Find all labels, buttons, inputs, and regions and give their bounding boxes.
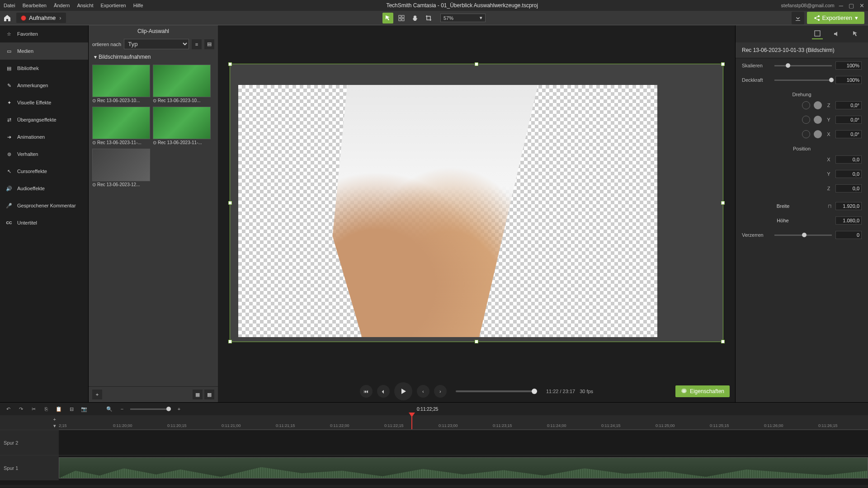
- playhead[interactable]: 0:11:22;25: [411, 415, 412, 429]
- rotation-dial-y[interactable]: [814, 116, 822, 124]
- menu-edit[interactable]: Bearbeiten: [23, 3, 47, 8]
- timeline-ruler[interactable]: 2;15 0:11:20;00 0:11:20;15 0:11:21;00 0:…: [59, 415, 868, 430]
- sidebar-item-favorites[interactable]: ☆Favoriten: [0, 25, 88, 42]
- track-header-2[interactable]: Spur 2: [0, 430, 59, 455]
- skew-slider[interactable]: [774, 235, 832, 236]
- track-header-1[interactable]: Spur 1: [0, 455, 59, 480]
- media-clip[interactable]: ⊙Rec 13-06-2023-10...: [153, 65, 211, 104]
- position-y-input[interactable]: [835, 170, 862, 178]
- view-thumb-button[interactable]: ▩: [204, 389, 214, 399]
- close-button[interactable]: ✕: [859, 2, 864, 9]
- rotation-z-input[interactable]: [835, 101, 862, 109]
- timeline-clip[interactable]: [59, 457, 868, 479]
- resize-handle[interactable]: [228, 62, 232, 66]
- scale-input[interactable]: [835, 61, 862, 70]
- canvas-preview[interactable]: [230, 64, 723, 342]
- rotation-reset-x[interactable]: [802, 130, 810, 138]
- tab-audio-props[interactable]: [831, 28, 842, 39]
- minimize-button[interactable]: ─: [839, 2, 843, 9]
- resize-handle[interactable]: [228, 201, 232, 205]
- sidebar-item-media[interactable]: ▭Medien: [0, 42, 88, 60]
- add-media-button[interactable]: +: [92, 389, 102, 399]
- zoom-out-button[interactable]: −: [118, 404, 127, 413]
- track-1-body[interactable]: [59, 455, 868, 480]
- menu-export[interactable]: Exportieren: [100, 3, 126, 8]
- select-tool[interactable]: [382, 13, 393, 23]
- track-menu-button[interactable]: ▾: [53, 423, 56, 429]
- properties-button[interactable]: Eigenschaften: [675, 385, 730, 397]
- snapshot-button[interactable]: 📷: [80, 404, 89, 413]
- position-x-input[interactable]: [835, 155, 862, 164]
- redo-button[interactable]: ↷: [16, 404, 25, 413]
- volume-slider[interactable]: [456, 390, 537, 392]
- maximize-button[interactable]: ▢: [849, 2, 854, 9]
- hand-tool[interactable]: [410, 13, 420, 23]
- rotation-reset-z[interactable]: [802, 101, 810, 109]
- zoom-in-button[interactable]: +: [175, 404, 184, 413]
- sidebar-item-behaviors[interactable]: ⊚Verhalten: [0, 145, 88, 163]
- tab-visual-props[interactable]: [812, 28, 823, 39]
- section-screen-recordings[interactable]: ▾Bildschirmaufnahmen: [89, 51, 218, 63]
- scale-slider[interactable]: [774, 65, 832, 66]
- resize-handle[interactable]: [721, 62, 725, 66]
- copy-button[interactable]: ⎘: [42, 404, 51, 413]
- zoom-select[interactable]: 57% ▾: [440, 14, 486, 22]
- sidebar-item-animations[interactable]: ➔Animationen: [0, 128, 88, 145]
- step-back-button[interactable]: ⏴: [377, 385, 390, 398]
- resize-handle[interactable]: [475, 62, 478, 66]
- download-button[interactable]: [792, 12, 804, 24]
- next-clip-button[interactable]: ›: [434, 385, 447, 398]
- resize-handle[interactable]: [721, 201, 725, 205]
- view-list-button[interactable]: ≡: [192, 39, 202, 49]
- sidebar-item-voice-narration[interactable]: 🎤Gesprochener Kommentar: [0, 197, 88, 214]
- add-track-button[interactable]: +: [53, 417, 56, 422]
- skew-input[interactable]: [835, 231, 862, 239]
- position-z-input[interactable]: [835, 184, 862, 192]
- export-button[interactable]: Exportieren ▾: [807, 12, 864, 24]
- sidebar-item-transitions[interactable]: ⇄Übergangseffekte: [0, 111, 88, 128]
- resize-handle[interactable]: [228, 340, 232, 343]
- menu-view[interactable]: Ansicht: [77, 3, 93, 8]
- sidebar-item-library[interactable]: ▤Bibliothek: [0, 60, 88, 77]
- link-icon[interactable]: ⊓: [828, 203, 832, 209]
- opacity-input[interactable]: [835, 76, 862, 84]
- track-2-body[interactable]: [59, 430, 868, 455]
- view-grid-button[interactable]: ▤: [204, 39, 214, 49]
- menu-modify[interactable]: Ändern: [54, 3, 70, 8]
- tab-cursor-props[interactable]: [850, 28, 861, 39]
- timeline-zoom-slider[interactable]: [130, 408, 171, 410]
- sidebar-item-captions[interactable]: CCUntertitel: [0, 214, 88, 231]
- undo-button[interactable]: ↶: [4, 404, 13, 413]
- rotation-dial-z[interactable]: [814, 101, 822, 109]
- resize-handle[interactable]: [475, 340, 478, 343]
- paste-button[interactable]: 📋: [54, 404, 63, 413]
- timeline-scrollbar[interactable]: [0, 480, 868, 485]
- view-detail-button[interactable]: ▦: [193, 389, 203, 399]
- width-input[interactable]: [835, 202, 862, 210]
- prev-clip-button[interactable]: ⏮: [360, 385, 373, 398]
- rotation-reset-y[interactable]: [802, 116, 810, 124]
- cut-button[interactable]: ✂: [29, 404, 38, 413]
- menu-help[interactable]: Hilfe: [133, 3, 143, 8]
- sidebar-item-cursor-effects[interactable]: ↖Cursoreffekte: [0, 163, 88, 180]
- media-clip[interactable]: ⊙Rec 13-06-2023-10...: [92, 65, 150, 104]
- rotation-x-input[interactable]: [835, 130, 862, 138]
- record-button[interactable]: Aufnahme ›: [16, 13, 66, 23]
- step-forward-button[interactable]: ‹: [417, 385, 429, 398]
- split-button[interactable]: ⊟: [67, 404, 76, 413]
- sidebar-item-audio-effects[interactable]: 🔊Audioeffekte: [0, 180, 88, 197]
- resize-handle[interactable]: [721, 340, 725, 343]
- menu-file[interactable]: Datei: [4, 3, 15, 8]
- rotation-y-input[interactable]: [835, 116, 862, 124]
- media-clip[interactable]: ⊙Rec 13-06-2023-12...: [92, 149, 150, 188]
- user-account[interactable]: stefanstp08@gmail.com: [781, 3, 835, 8]
- group-tool[interactable]: [396, 13, 407, 23]
- media-clip[interactable]: ⊙Rec 13-06-2023-11-...: [153, 107, 211, 146]
- sort-select[interactable]: Typ: [124, 39, 189, 49]
- play-button[interactable]: [394, 382, 412, 400]
- home-button[interactable]: [0, 11, 14, 25]
- sidebar-item-annotations[interactable]: ✎Anmerkungen: [0, 77, 88, 94]
- opacity-slider[interactable]: [774, 80, 832, 81]
- media-clip[interactable]: ⊙Rec 13-06-2023-11-...: [92, 107, 150, 146]
- height-input[interactable]: [835, 216, 862, 225]
